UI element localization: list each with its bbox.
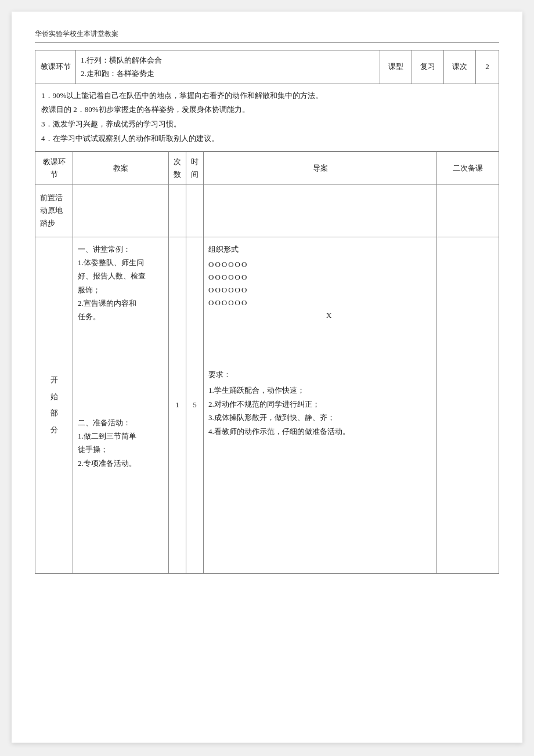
start-daoan: 组织形式 OOOOOO OOOOOO OOOOOO OOOOOO X 要求： 1…: [204, 237, 437, 573]
prelim-time: [186, 185, 204, 237]
shi-char: 时: [187, 155, 202, 168]
content-line2: 2.走和跑：各样姿势走: [81, 67, 375, 80]
prelim-count: [169, 185, 186, 237]
req-1: 1.学生踊跃配合，动作快速；: [208, 384, 432, 397]
content-jiaocai: 1.行列：横队的解体会合 2.走和跑：各样姿势走: [76, 50, 380, 84]
school-title: 华侨实验学校生本讲堂教案: [35, 29, 499, 39]
prelim-jiaoan: [73, 185, 169, 237]
col-header-row: 教课环节 教案 次 数 时 间 导案 二次备课: [35, 151, 499, 185]
label-fuxi: 复习: [412, 50, 444, 84]
req-3: 3.成体操队形散开，做到快、静、齐；: [208, 411, 432, 424]
start-section: 开 始 部 分: [35, 237, 73, 573]
jiaoan-body1: 1.体委整队、师生问 好、报告人数、检查 服饰； 2.宣告课的内容和 任务。: [78, 256, 164, 324]
value-keci: 2: [476, 50, 499, 84]
org-row-5: X: [208, 309, 432, 322]
org-title: 组织形式: [208, 243, 432, 256]
req-section: 要求： 1.学生踊跃配合，动作快速； 2.对动作不规范的同学进行纠正； 3.成体…: [208, 368, 432, 438]
req-4: 4.看教师的动作示范，仔细的做准备活动。: [208, 425, 432, 438]
shu-char: 数: [170, 168, 185, 181]
col-count-header: 次 数: [169, 151, 186, 185]
col-section-header: 教课环节: [35, 151, 73, 185]
col-daoan-header: 导案: [204, 151, 437, 185]
label-keci: 课次: [444, 50, 476, 84]
prelim-daoan: [204, 185, 437, 237]
start-label: 开 始 部 分: [40, 241, 68, 570]
prelim-row: 前置活动原地踏步: [35, 185, 499, 237]
org-row-4: OOOOOO: [208, 296, 432, 309]
jian-char: 间: [187, 168, 202, 181]
main-table: 教课环节 教案 次 数 时 间 导案 二次备课 前置活动原地踏步: [35, 151, 499, 574]
jiaoan-title1: 一、讲堂常例：: [78, 243, 164, 256]
objectives: 1．90%以上能记着自己在队伍中的地点，掌握向右看齐的动作和解散和集中的方法。 …: [35, 84, 499, 151]
col-time-header: 时 间: [186, 151, 204, 185]
label-jiaocai: 教课环节: [35, 50, 76, 84]
header-divider: [35, 42, 499, 43]
content-line1: 1.行列：横队的解体会合: [81, 53, 375, 67]
start-time: 5: [186, 237, 204, 573]
page: 华侨实验学校生本讲堂教案 教课环节 1.行列：横队的解体会合 2.走和跑：各样姿…: [12, 12, 522, 743]
org-row-1: OOOOOO: [208, 258, 432, 271]
start-second: [437, 237, 499, 573]
jiaoan-body2: 1.做二到三节简单 徒手操； 2.专项准备活动。: [78, 429, 164, 470]
prelim-section: 前置活动原地踏步: [35, 185, 73, 237]
obj-4: 4．在学习中试试观察别人的动作和听取别人的建议。: [41, 132, 493, 146]
prelim-second: [437, 185, 499, 237]
obj-2: 教课目的 2．80%初步掌握走的各样姿势，发展身体协调能力。: [41, 103, 493, 117]
req-title: 要求：: [208, 368, 432, 381]
req-2: 2.对动作不规范的同学进行纠正；: [208, 397, 432, 411]
prelim-label: 前置活动原地踏步: [40, 193, 63, 227]
obj-3: 3．激发学习兴趣，养成优秀的学习习惯。: [41, 117, 493, 132]
jiaoan-title2: 二、准备活动：: [78, 417, 164, 429]
label-ketype: 课型: [380, 50, 412, 84]
col-jiaoan-header: 教案: [73, 151, 169, 185]
org-form-section: 组织形式 OOOOOO OOOOOO OOOOOO OOOOOO X: [208, 243, 432, 323]
start-jiaoan: 一、讲堂常例： 1.体委整队、师生问 好、报告人数、检查 服饰； 2.宣告课的内…: [73, 237, 169, 573]
ci-char: 次: [170, 155, 185, 168]
org-row-3: OOOOOO: [208, 284, 432, 296]
col-second-header: 二次备课: [437, 151, 499, 185]
start-count: 1: [169, 237, 186, 573]
obj-1: 1．90%以上能记着自己在队伍中的地点，掌握向右看齐的动作和解散和集中的方法。: [41, 89, 493, 103]
start-row: 开 始 部 分 一、讲堂常例： 1.体委整队、师生问 好、报告人数、检查 服饰；…: [35, 237, 499, 573]
org-row-2: OOOOOO: [208, 271, 432, 284]
header-table: 教课环节 1.行列：横队的解体会合 2.走和跑：各样姿势走 课型 复习 课次 2: [35, 50, 499, 84]
